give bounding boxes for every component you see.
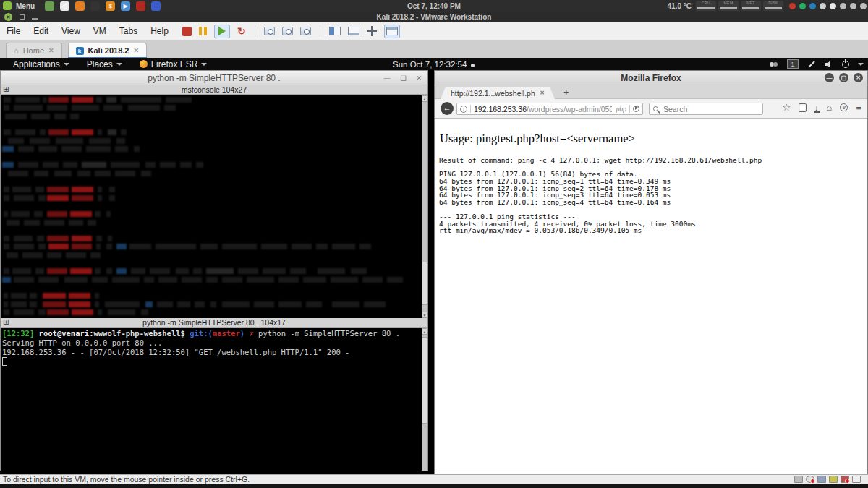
wifi-icon[interactable] xyxy=(840,3,846,9)
scroll-up-icon[interactable]: ▲ xyxy=(422,95,427,102)
snapshot-revert-icon[interactable] xyxy=(282,27,293,35)
tab-kali[interactable]: k Kali 2018.2 ✕ xyxy=(68,43,147,58)
tab-close-icon[interactable]: ✕ xyxy=(133,47,139,54)
tab-close-icon[interactable]: ✕ xyxy=(540,90,545,96)
tab-home[interactable]: ⌂ Home ✕ xyxy=(6,43,62,58)
console-view-button[interactable] xyxy=(384,25,400,38)
browser-tab[interactable]: http://192.1...webshell.php ✕ xyxy=(441,87,555,99)
monitor-applet[interactable]: NET xyxy=(741,1,761,11)
terminal-title: python -m SimpleHTTPServer 80 . xyxy=(148,73,280,83)
minimize-icon[interactable]: — xyxy=(825,73,834,82)
home-icon[interactable]: ⌂ xyxy=(827,102,833,113)
monitor-applet[interactable]: DISK xyxy=(763,1,783,11)
places-menu[interactable]: Places xyxy=(80,59,129,69)
toolbar-separator xyxy=(255,25,255,37)
httpserver-pane-header[interactable]: ⊞ python -m SimpleHTTPServer 80 . 104x17 xyxy=(1,318,427,328)
vm-message-icon[interactable] xyxy=(852,476,861,483)
chevron-down-icon[interactable] xyxy=(858,63,864,66)
device-tools-icon[interactable] xyxy=(817,476,826,483)
monitor-applet[interactable]: MEM xyxy=(718,1,739,11)
location-pin-icon[interactable] xyxy=(830,3,836,9)
httpserver-output[interactable]: [12:32] root@venari:wwwolf-php-webshell$… xyxy=(1,328,427,471)
firefox-esr-menu[interactable]: Firefox ESR xyxy=(132,59,215,69)
snapshot-manager-icon[interactable] xyxy=(300,27,311,35)
scroll-up-icon[interactable]: ▲ xyxy=(422,328,427,335)
menu-item[interactable]: Edit xyxy=(27,26,55,36)
red-app-icon[interactable] xyxy=(136,1,145,11)
snapshot-take-icon[interactable] xyxy=(264,27,275,35)
applications-menu[interactable]: Applications xyxy=(6,59,77,69)
device-network-icon[interactable] xyxy=(841,476,849,483)
workspace-switcher[interactable]: 1 xyxy=(787,59,799,69)
fan-icon[interactable] xyxy=(820,3,826,9)
device-display-icon[interactable] xyxy=(794,476,803,483)
scrollbar[interactable]: ▲ ▼ xyxy=(422,95,427,318)
bluetooth-icon[interactable] xyxy=(809,3,816,9)
split-grid-icon[interactable]: ⊞ xyxy=(3,85,9,94)
fit-guest-icon[interactable] xyxy=(367,26,377,36)
power-icon[interactable] xyxy=(842,61,849,68)
blue-app-icon[interactable] xyxy=(151,1,161,11)
maximize-icon[interactable]: ❑ xyxy=(400,74,406,82)
menu-item[interactable]: VM xyxy=(87,26,113,36)
battery-icon[interactable] xyxy=(850,3,856,9)
device-harddisk-icon[interactable] xyxy=(829,476,838,483)
pen-icon[interactable] xyxy=(808,61,815,68)
hamburger-menu-icon[interactable]: ≡ xyxy=(856,102,861,113)
suspend-icon[interactable] xyxy=(199,27,207,35)
split-grid-icon[interactable]: ⊞ xyxy=(3,318,9,327)
scrollbar[interactable]: ▲ xyxy=(422,328,427,471)
menu-item[interactable]: Help xyxy=(144,26,175,36)
new-tab-button[interactable]: + xyxy=(563,87,569,98)
download-icon[interactable]: ↓ xyxy=(814,103,819,112)
close-icon[interactable]: ✕ xyxy=(854,73,863,82)
power-on-icon[interactable] xyxy=(214,25,230,38)
maximize-icon[interactable]: ▢ xyxy=(839,73,848,82)
device-cdrom-icon[interactable] xyxy=(806,476,814,483)
terminal-titlebar[interactable]: python -m SimpleHTTPServer 80 . — ❑ ✕ xyxy=(1,71,427,85)
pocket-icon[interactable]: v xyxy=(840,103,848,111)
tab-close-icon[interactable]: ✕ xyxy=(48,47,54,54)
reload-icon[interactable] xyxy=(633,106,639,112)
url-bar[interactable]: i 192.168.253.36 /wordpress/wp-admin/050… xyxy=(456,103,643,115)
browser-orange-icon[interactable] xyxy=(75,1,85,11)
msfconsole-output[interactable] xyxy=(1,95,427,318)
media-player-icon[interactable]: ▶ xyxy=(121,1,130,11)
firefox-titlebar[interactable]: Mozilla Firefox — ▢ ✕ xyxy=(435,71,867,85)
reading-list-icon[interactable] xyxy=(799,103,807,112)
minimize-icon[interactable]: — xyxy=(383,74,390,82)
power-off-icon[interactable] xyxy=(182,27,192,36)
back-button[interactable]: ← xyxy=(441,102,454,115)
thumbnail-bar-icon[interactable] xyxy=(348,27,359,35)
library-panel-icon[interactable] xyxy=(329,27,341,35)
temperature-readout: 41.0 °C xyxy=(668,2,692,10)
site-info-icon[interactable]: i xyxy=(460,106,467,113)
volume-icon[interactable] xyxy=(825,61,833,68)
mint-menu-icon[interactable] xyxy=(3,1,12,10)
scroll-down-icon[interactable]: ▼ xyxy=(422,312,427,318)
menu-label: Firefox ESR xyxy=(151,59,198,69)
bookmark-star-icon[interactable]: ☆ xyxy=(782,102,791,113)
reset-vm-icon[interactable]: ↻ xyxy=(237,26,246,36)
close-icon[interactable]: ✕ xyxy=(416,74,422,82)
monitor-applet[interactable]: CPU xyxy=(696,1,716,11)
host-menu-button[interactable]: Menu xyxy=(16,2,35,10)
shield-icon[interactable] xyxy=(789,3,796,9)
menu-item[interactable]: View xyxy=(55,26,87,36)
host-clock[interactable]: Oct 7, 12:40 PM xyxy=(391,2,477,10)
menu-item[interactable]: Tabs xyxy=(113,26,144,36)
chrome-icon[interactable]: ◍ xyxy=(60,1,69,11)
scrollbar-thumb[interactable] xyxy=(422,337,427,424)
search-bar[interactable] xyxy=(649,103,763,115)
users-icon[interactable] xyxy=(770,61,778,67)
search-input[interactable] xyxy=(662,104,741,114)
kali-clock[interactable]: Sun Oct 7, 12:32:54 xyxy=(393,60,475,69)
color-profile-icon[interactable] xyxy=(90,1,100,11)
scrollbar-thumb[interactable] xyxy=(422,262,427,305)
sync-icon[interactable] xyxy=(799,3,806,9)
menu-item[interactable]: File xyxy=(0,26,27,36)
msfconsole-pane-header[interactable]: ⊞ msfconsole 104x27 xyxy=(1,85,427,95)
files-icon[interactable] xyxy=(45,1,54,11)
volume-icon[interactable] xyxy=(860,3,867,9)
finance-icon[interactable]: $ xyxy=(106,1,115,11)
